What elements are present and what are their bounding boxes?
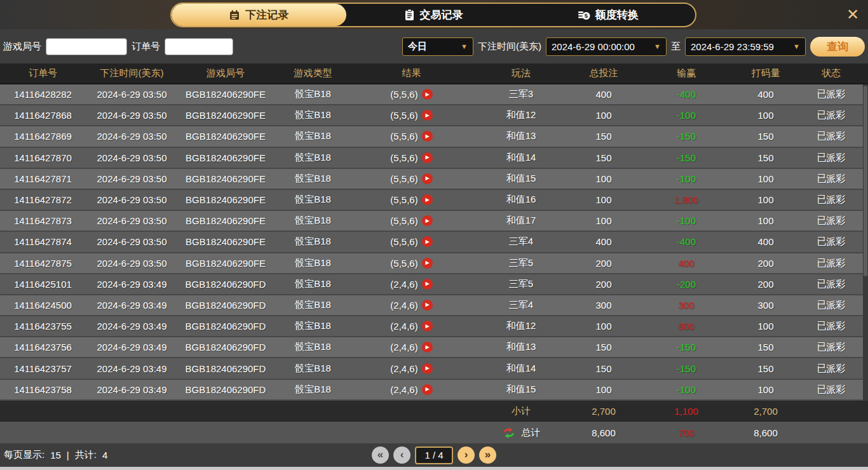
horizontal-scrollbar[interactable] bbox=[0, 467, 868, 470]
total-label: 总计 bbox=[522, 427, 541, 439]
table-row: 141164278742024-6-29 03:50BGB182406290FE… bbox=[0, 232, 868, 253]
last-page-icon[interactable]: » bbox=[479, 446, 496, 464]
cell-time: 2024-6-29 03:49 bbox=[86, 363, 178, 374]
play-icon[interactable]: ▶ bbox=[422, 131, 433, 142]
result-value: (2,4,6) bbox=[390, 300, 417, 311]
cell-result: (2,4,6)▶ bbox=[353, 300, 470, 311]
end-time-select[interactable]: 2024-6-29 23:59:59 ▼ bbox=[685, 37, 806, 56]
play-icon[interactable]: ▶ bbox=[422, 89, 433, 100]
cell-result: (2,4,6)▶ bbox=[353, 321, 470, 332]
cell-round: BGB182406290FD bbox=[178, 384, 273, 395]
play-icon[interactable]: ▶ bbox=[422, 342, 433, 352]
order-no-input[interactable] bbox=[165, 38, 233, 55]
cell-winloss: -150 bbox=[635, 131, 737, 142]
play-icon[interactable]: ▶ bbox=[422, 110, 433, 121]
start-time-value: 2024-6-29 00:00:00 bbox=[552, 41, 635, 52]
cell-game: 骰宝B18 bbox=[273, 257, 353, 269]
top-band: 下注记录 交易记录 $ bbox=[0, 0, 868, 29]
tab-transaction-records[interactable]: 交易记录 bbox=[346, 4, 521, 26]
per-page-value: 15 bbox=[50, 450, 61, 460]
table-row: 141164237572024-6-29 03:49BGB182406290FD… bbox=[0, 358, 868, 379]
cell-order: 14116423756 bbox=[0, 342, 86, 352]
cell-order: 14116427871 bbox=[0, 173, 86, 184]
cell-round: BGB182406290FE bbox=[178, 215, 273, 226]
cell-order: 14116427873 bbox=[0, 215, 86, 226]
play-icon[interactable]: ▶ bbox=[422, 194, 433, 205]
result-value: (5,5,6) bbox=[390, 152, 417, 163]
subtotal-bet: 2,700 bbox=[572, 406, 635, 417]
cell-time: 2024-6-29 03:50 bbox=[86, 89, 178, 100]
cell-result: (2,4,6)▶ bbox=[353, 342, 470, 352]
cell-game: 骰宝B18 bbox=[273, 173, 353, 185]
cell-round: BGB182406290FD bbox=[178, 342, 273, 352]
table-row: 141164278682024-6-29 03:50BGB182406290FE… bbox=[0, 105, 868, 126]
play-icon[interactable]: ▶ bbox=[422, 173, 433, 184]
cell-volume: 150 bbox=[737, 363, 794, 374]
close-icon[interactable]: ✕ bbox=[844, 8, 862, 23]
cell-status: 已派彩 bbox=[794, 257, 868, 269]
cell-time: 2024-6-29 03:50 bbox=[86, 194, 178, 205]
cell-bet: 200 bbox=[572, 258, 635, 269]
start-time-select[interactable]: 2024-6-29 00:00:00 ▼ bbox=[546, 37, 667, 56]
cell-game: 骰宝B18 bbox=[273, 109, 353, 121]
cell-winloss: 1,800 bbox=[635, 194, 737, 205]
result-value: (2,4,6) bbox=[390, 384, 417, 395]
order-no-label: 订单号 bbox=[132, 41, 160, 53]
play-icon[interactable]: ▶ bbox=[422, 258, 433, 269]
cell-bet: 200 bbox=[572, 279, 635, 290]
cell-bet: 300 bbox=[572, 300, 635, 311]
game-round-input[interactable] bbox=[46, 38, 127, 55]
cell-winloss: -400 bbox=[635, 89, 737, 100]
cell-play: 和值14 bbox=[470, 152, 572, 164]
play-icon[interactable]: ▶ bbox=[422, 363, 433, 374]
total-bet: 8,600 bbox=[572, 427, 635, 438]
tab-label: 额度转换 bbox=[595, 8, 639, 22]
vertical-scrollbar[interactable] bbox=[863, 84, 868, 401]
cell-game: 骰宝B18 bbox=[273, 130, 353, 142]
cell-play: 和值13 bbox=[470, 341, 572, 353]
cell-bet: 400 bbox=[572, 236, 635, 247]
cell-play: 三军5 bbox=[470, 278, 572, 290]
cell-winloss: -400 bbox=[635, 236, 737, 247]
result-value: (2,4,6) bbox=[390, 279, 417, 290]
cell-round: BGB182406290FE bbox=[178, 258, 273, 269]
tab-bet-records[interactable]: 下注记录 bbox=[172, 4, 346, 26]
query-button[interactable]: 查询 bbox=[810, 37, 865, 57]
quick-range-select[interactable]: 今日 ▼ bbox=[402, 37, 473, 56]
first-page-icon[interactable]: « bbox=[372, 446, 389, 464]
next-page-icon[interactable]: › bbox=[458, 446, 475, 464]
col-bet: 总投注 bbox=[572, 67, 635, 79]
scrollbar-thumb[interactable] bbox=[864, 86, 867, 276]
play-icon[interactable]: ▶ bbox=[422, 152, 433, 163]
transfer-icon[interactable] bbox=[502, 427, 515, 438]
table-row: 141164245002024-6-29 03:49BGB182406290FD… bbox=[0, 295, 868, 316]
cell-winloss: 600 bbox=[635, 321, 737, 332]
play-icon[interactable]: ▶ bbox=[422, 384, 433, 395]
play-icon[interactable]: ▶ bbox=[422, 215, 433, 226]
tab-quota-conversion[interactable]: $ 额度转换 bbox=[520, 4, 695, 26]
cell-game: 骰宝B18 bbox=[273, 384, 353, 396]
table-row: 141164237582024-6-29 03:49BGB182406290FD… bbox=[0, 380, 868, 401]
cell-order: 14116423755 bbox=[0, 321, 86, 332]
play-icon[interactable]: ▶ bbox=[422, 279, 433, 290]
col-round: 游戏局号 bbox=[178, 67, 273, 79]
cell-status: 已派彩 bbox=[794, 236, 868, 248]
play-icon[interactable]: ▶ bbox=[422, 300, 433, 311]
cell-round: BGB182406290FD bbox=[178, 363, 273, 374]
play-icon[interactable]: ▶ bbox=[422, 321, 433, 332]
cell-order: 14116428282 bbox=[0, 89, 86, 100]
table-row: 141164278702024-6-29 03:50BGB182406290FE… bbox=[0, 148, 868, 169]
subtotal-winloss: 1,100 bbox=[635, 406, 737, 417]
cell-result: (5,5,6)▶ bbox=[353, 236, 470, 247]
prev-page-icon[interactable]: ‹ bbox=[393, 446, 410, 464]
chevron-down-icon: ▼ bbox=[793, 43, 800, 50]
per-page-info: 每页显示: 15 | 共计: 4 bbox=[4, 449, 107, 461]
cell-play: 三军4 bbox=[470, 236, 572, 248]
cell-result: (2,4,6)▶ bbox=[353, 363, 470, 374]
cell-bet: 100 bbox=[572, 173, 635, 184]
cell-round: BGB182406290FE bbox=[178, 236, 273, 247]
tab-bar: 下注记录 交易记录 $ bbox=[170, 3, 696, 27]
cell-game: 骰宝B18 bbox=[273, 363, 353, 375]
table-body: 141164282822024-6-29 03:50BGB182406290FE… bbox=[0, 84, 868, 401]
play-icon[interactable]: ▶ bbox=[422, 236, 433, 247]
